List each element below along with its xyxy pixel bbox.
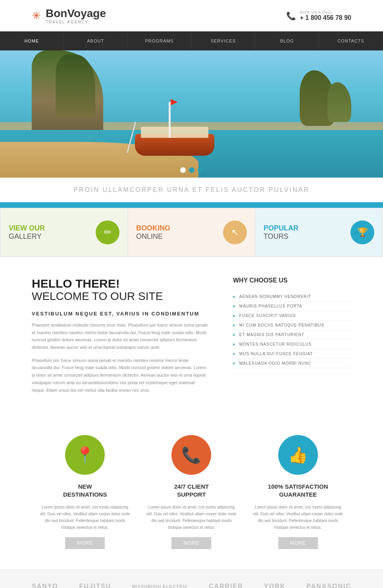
- gallery-box[interactable]: VIEW OUR GALLERY ✏: [1, 209, 127, 256]
- phone-label: GIVE US A CALL: [300, 10, 351, 14]
- why-item-4: MI CUM SOCIIS NATOQUE PENATIBUS: [233, 321, 351, 330]
- gallery-label1: VIEW OUR: [9, 224, 45, 232]
- partner-york: YORK: [264, 583, 285, 588]
- guarantee-text: Lorem ipsum dolor sit amet, con turetu a…: [253, 504, 343, 531]
- slider-dot-1[interactable]: [180, 167, 186, 173]
- phone-number: + 1 800 456 78 90: [300, 14, 351, 21]
- main-para-1: Praesent vestibulum molestie nonumy eros…: [32, 321, 209, 351]
- nav-item-about[interactable]: ABOUT: [64, 31, 128, 50]
- booking-icon: ↖: [223, 220, 247, 244]
- more-button-destinations[interactable]: MORE: [65, 537, 105, 549]
- why-item-5: ET MAGNIS DIS PARTURIENT: [233, 330, 351, 340]
- why-item-1: AENEAN NONUMMY HENDRERIT: [233, 292, 351, 302]
- main-para-2: Phasellum por fusce simium soina penab e…: [32, 357, 209, 394]
- teal-band: [0, 202, 383, 208]
- support-text: Lorem ipsum dolor sit amet, con turetu a…: [146, 504, 237, 531]
- why-title: WHY CHOOSE US: [233, 277, 351, 284]
- more-button-guarantee[interactable]: MORE: [278, 537, 318, 549]
- booking-label2: ONLINE: [136, 232, 170, 241]
- guarantee-title: 100% SATISFACTIONGUARANTEE: [253, 483, 343, 498]
- gallery-icon: ✏: [96, 220, 119, 244]
- slider-dot-3[interactable]: [198, 167, 203, 173]
- partner-fujitsu: FUJITSU: [79, 583, 111, 588]
- main-content: HELLO THERE! WELCOME TO OUR SITE VESTIBU…: [0, 257, 383, 419]
- gallery-label2: GALLERY: [9, 232, 45, 241]
- navigation: HOME ABOUT PROGRAMS SERVICES BLOG CONTAC…: [0, 31, 383, 50]
- partner-panasonic: Panasonic: [306, 583, 351, 588]
- logo-area: ✳ BonVoyage TRAVEL AGENCY: [32, 7, 106, 24]
- logo-title: BonVoyage: [46, 7, 106, 20]
- nav-item-blog[interactable]: BLOG: [255, 31, 319, 50]
- nav-item-programs[interactable]: PROGRAMS: [128, 31, 192, 50]
- phone-icon: 📞: [286, 11, 296, 21]
- partner-mitsubishi: MITSUBISHI ELECTRIC: [132, 584, 188, 588]
- tagline-text: PROIN ULLAMCORPER URNA ET FELIS AUCTOR P…: [73, 186, 309, 193]
- why-item-6: MONTES NASCETUR RIDICULUS: [233, 340, 351, 349]
- feature-boxes: VIEW OUR GALLERY ✏ BOOKING ONLINE ↖ POPU…: [0, 208, 383, 257]
- why-list: AENEAN NONUMMY HENDRERIT MAURIS PHASELLU…: [233, 292, 351, 368]
- hello-title: HELLO THERE!: [32, 277, 209, 290]
- more-button-support[interactable]: MORE: [171, 537, 211, 549]
- destinations-title: NEWDESTINATIONS: [40, 483, 130, 498]
- popular-icon: 🏆: [350, 220, 374, 244]
- partner-carrier: Carrier: [209, 583, 243, 588]
- popular-label1: POPULAR: [264, 224, 298, 232]
- partner-sanyo: SANYO: [32, 583, 58, 588]
- popular-box[interactable]: POPULAR TOURS 🏆: [256, 209, 382, 256]
- feature-col-support: 📞 24/7 CLIENTSUPPORT Lorem ipsum dolor s…: [138, 435, 244, 549]
- nav-item-home[interactable]: HOME: [0, 31, 64, 50]
- why-item-3: FUSCE SUSCIPIT VARIUS: [233, 311, 351, 321]
- partners-section: SANYO FUJITSU MITSUBISHI ELECTRIC Carrie…: [0, 569, 383, 588]
- slider-dot-2[interactable]: [189, 167, 194, 173]
- guarantee-icon: 👍: [278, 435, 318, 475]
- hero-section: [0, 50, 383, 178]
- feature-col-destinations: 📍 NEWDESTINATIONS Lorem ipsum dolor sit …: [32, 435, 138, 549]
- feature-col-guarantee: 👍 100% SATISFACTIONGUARANTEE Lorem ipsum…: [245, 435, 351, 549]
- slider-dots[interactable]: [180, 167, 203, 173]
- phone-area: 📞 GIVE US A CALL + 1 800 456 78 90: [286, 10, 351, 21]
- main-right-col: WHY CHOOSE US AENEAN NONUMMY HENDRERIT M…: [233, 277, 351, 399]
- logo-star-icon: ✳: [32, 9, 41, 22]
- support-icon: 📞: [171, 435, 211, 475]
- vestibulum-title: VESTIBULUM NEQUE EST, VARIUS IN CONDIMEN…: [32, 311, 209, 317]
- nav-item-contacts[interactable]: CONTACTS: [319, 31, 383, 50]
- logo-subtitle: TRAVEL AGENCY: [46, 20, 106, 24]
- nav-item-services[interactable]: SERVICES: [191, 31, 255, 50]
- why-item-7: MUS NULLA DUI FUSCE FEUGIAT: [233, 349, 351, 359]
- tagline-bar: PROIN ULLAMCORPER URNA ET FELIS AUCTOR P…: [0, 178, 383, 202]
- header: ✳ BonVoyage TRAVEL AGENCY 📞 GIVE US A CA…: [0, 0, 383, 31]
- booking-box[interactable]: BOOKING ONLINE ↖: [128, 209, 255, 256]
- why-item-2: MAURIS PHASELLUS PORTA: [233, 302, 351, 311]
- why-item-8: MALESUADA ODIO MORBI NUNC: [233, 359, 351, 368]
- popular-label2: TOURS: [264, 232, 298, 241]
- destinations-icon: 📍: [65, 435, 105, 475]
- main-left-col: HELLO THERE! WELCOME TO OUR SITE VESTIBU…: [32, 277, 209, 399]
- welcome-title: WELCOME TO OUR SITE: [32, 290, 209, 303]
- features-section: 📍 NEWDESTINATIONS Lorem ipsum dolor sit …: [0, 419, 383, 569]
- support-title: 24/7 CLIENTSUPPORT: [146, 483, 237, 498]
- booking-label1: BOOKING: [136, 224, 170, 232]
- destinations-text: Lorem ipsum dolor sit amet, con turetu a…: [40, 504, 130, 531]
